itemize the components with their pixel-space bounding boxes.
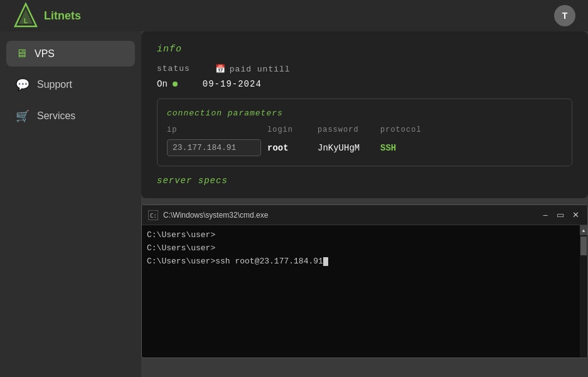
server-specs-label: server specs <box>157 176 572 186</box>
green-dot <box>173 82 178 87</box>
info-panel: info status 📅 paid untill On 09-19-2024 <box>141 31 588 198</box>
logo-area: L Litnets <box>13 3 81 29</box>
connection-values: 23.177.184.91 root JnKyUHgM SSH <box>167 139 562 156</box>
support-icon: 💬 <box>16 78 29 92</box>
cmd-window: C: C:\Windows\system32\cmd.exe – ▭ ✕ C:\… <box>141 204 588 358</box>
user-avatar[interactable]: T <box>554 5 575 26</box>
paid-label-text: paid untill <box>230 65 291 74</box>
status-on-text: On <box>157 79 168 89</box>
calendar-icon: 📅 <box>215 64 226 74</box>
info-title: info <box>157 44 572 55</box>
cmd-scroll-thumb[interactable] <box>580 236 587 255</box>
logo-text: Litnets <box>44 9 81 23</box>
header-ip: ip <box>167 125 267 134</box>
cmd-restore-button[interactable]: ▭ <box>555 210 566 221</box>
cmd-lines-container: C:\Users\user>C:\Users\user>C:\Users\use… <box>147 229 582 268</box>
cmd-controls: – ▭ ✕ <box>540 210 581 221</box>
header-login: login <box>267 125 318 134</box>
status-row: status 📅 paid untill <box>157 64 572 74</box>
cmd-cursor <box>323 257 328 266</box>
top-bar: L Litnets T <box>0 0 588 31</box>
svg-text:C:: C: <box>150 213 157 219</box>
vps-icon: 🖥 <box>16 47 27 60</box>
sidebar-item-label-vps: VPS <box>35 48 55 60</box>
main-layout: 🖥 VPS 💬 Support 🛒 Services info status 📅… <box>0 31 588 377</box>
password-value: JnKyUHgM <box>318 143 380 153</box>
connection-headers: ip login password protocol <box>167 125 562 134</box>
protocol-value: SSH <box>380 143 396 153</box>
status-on: On <box>157 79 178 89</box>
cmd-minimize-button[interactable]: – <box>540 210 551 221</box>
cmd-title: C:\Windows\system32\cmd.exe <box>163 211 535 220</box>
connection-title: connection parameters <box>167 109 562 118</box>
sidebar-item-support[interactable]: 💬 Support <box>6 72 135 98</box>
cmd-line: C:\Users\user> <box>147 229 582 242</box>
connection-panel: connection parameters ip login password … <box>157 98 572 166</box>
services-icon: 🛒 <box>16 109 29 123</box>
login-value: root <box>267 143 318 153</box>
header-password: password <box>318 125 380 134</box>
sidebar-item-label-support: Support <box>37 79 72 90</box>
paid-label: 📅 paid untill <box>215 64 291 74</box>
logo-icon: L <box>13 3 39 29</box>
status-label: status <box>157 64 190 73</box>
cmd-scrollbar[interactable]: ▲ <box>580 225 587 358</box>
sidebar: 🖥 VPS 💬 Support 🛒 Services <box>0 31 141 377</box>
status-values: On 09-19-2024 <box>157 79 572 89</box>
ip-value[interactable]: 23.177.184.91 <box>167 139 261 156</box>
header-protocol: protocol <box>380 125 430 134</box>
sidebar-item-vps[interactable]: 🖥 VPS <box>6 41 135 66</box>
cmd-close-button[interactable]: ✕ <box>570 210 581 221</box>
cmd-app-icon: C: <box>148 210 158 220</box>
sidebar-item-services[interactable]: 🛒 Services <box>6 103 135 129</box>
cmd-body: C:\Users\user>C:\Users\user>C:\Users\use… <box>142 225 587 358</box>
svg-text:L: L <box>24 18 28 24</box>
cmd-line: C:\Users\user> <box>147 242 582 255</box>
sidebar-item-label-services: Services <box>37 110 75 122</box>
cmd-titlebar: C: C:\Windows\system32\cmd.exe – ▭ ✕ <box>142 205 587 225</box>
paid-date: 09-19-2024 <box>203 79 262 89</box>
cmd-line: C:\Users\user>ssh root@23.177.184.91 <box>147 255 582 268</box>
cmd-scroll-up[interactable]: ▲ <box>580 225 587 235</box>
